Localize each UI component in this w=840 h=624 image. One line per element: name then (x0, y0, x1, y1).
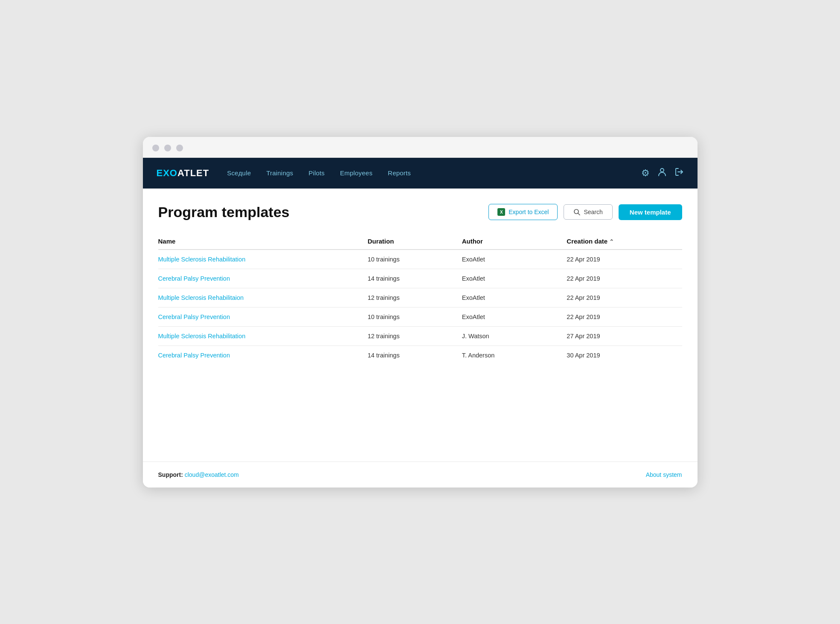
nav-schedule[interactable]: Sceдule (227, 169, 251, 177)
row-duration: 12 trainings (368, 326, 462, 345)
svg-point-0 (660, 168, 664, 172)
browser-titlebar (143, 137, 698, 158)
browser-dot-yellow (164, 145, 171, 151)
browser-dot-green (176, 145, 183, 151)
table-row: Multiple Sclerosis Rehabilitaion12 train… (158, 288, 682, 307)
row-duration: 14 trainings (368, 345, 462, 365)
row-creation-date: 30 Apr 2019 (567, 345, 682, 365)
row-creation-date: 22 Apr 2019 (567, 307, 682, 326)
excel-icon: X (497, 208, 505, 216)
row-name-link[interactable]: Multiple Sclerosis Rehabilitation (158, 333, 246, 340)
row-name-link[interactable]: Cerebral Palsy Prevention (158, 352, 230, 359)
sort-arrow-icon: ⌃ (609, 238, 614, 245)
col-header-name: Name (158, 233, 368, 250)
settings-icon[interactable]: ⚙ (641, 168, 650, 179)
row-author: ExoAtlet (462, 250, 567, 269)
support-label: Support: (158, 471, 183, 478)
nav-icons: ⚙ (641, 167, 684, 179)
col-header-creation-date[interactable]: Creation date ⌃ (567, 233, 682, 250)
user-icon[interactable] (657, 167, 667, 179)
page-title: Program templates (158, 204, 481, 221)
footer: Support: cloud@exoatlet.com About system (143, 461, 698, 488)
row-duration: 10 trainings (368, 250, 462, 269)
row-name-link[interactable]: Multiple Sclerosis Rehabilitation (158, 256, 246, 263)
nav-trainings[interactable]: Trainings (266, 169, 293, 177)
footer-support: Support: cloud@exoatlet.com (158, 471, 239, 478)
main-content: Program templates X Export to Excel Sear… (143, 189, 698, 461)
export-label: Export to Excel (509, 209, 549, 215)
header-actions: X Export to Excel Search New template (488, 204, 682, 220)
row-author: ExoAtlet (462, 269, 567, 288)
search-label: Search (584, 209, 602, 215)
table-row: Cerebral Palsy Prevention14 trainingsExo… (158, 269, 682, 288)
table-row: Cerebral Palsy Prevention10 trainingsExo… (158, 307, 682, 326)
browser-window: EXOATLET Sceдule Trainings Pilots Employ… (143, 137, 698, 488)
table-row: Multiple Sclerosis Rehabilitation12 trai… (158, 326, 682, 345)
row-name-link[interactable]: Cerebral Palsy Prevention (158, 313, 230, 320)
logout-icon[interactable] (674, 167, 684, 179)
search-button[interactable]: Search (564, 204, 612, 220)
row-creation-date: 22 Apr 2019 (567, 288, 682, 307)
page-header: Program templates X Export to Excel Sear… (158, 204, 682, 221)
row-creation-date: 27 Apr 2019 (567, 326, 682, 345)
row-author: ExoAtlet (462, 307, 567, 326)
nav-employees[interactable]: Employees (340, 169, 372, 177)
row-creation-date: 22 Apr 2019 (567, 250, 682, 269)
row-author: J. Watson (462, 326, 567, 345)
row-name-link[interactable]: Multiple Sclerosis Rehabilitaion (158, 294, 244, 301)
browser-dot-red (152, 145, 159, 151)
search-icon (573, 209, 580, 215)
row-author: ExoAtlet (462, 288, 567, 307)
export-to-excel-button[interactable]: X Export to Excel (488, 204, 558, 220)
logo-prefix: EXO (157, 168, 177, 178)
row-duration: 12 trainings (368, 288, 462, 307)
logo: EXOATLET (157, 168, 209, 179)
nav-links: Sceдule Trainings Pilots Employees Repor… (227, 169, 641, 177)
col-header-author: Author (462, 233, 567, 250)
table-row: Cerebral Palsy Prevention14 trainingsT. … (158, 345, 682, 365)
support-email[interactable]: cloud@exoatlet.com (185, 471, 239, 478)
col-header-duration: Duration (368, 233, 462, 250)
logo-suffix: ATLET (177, 168, 209, 178)
navbar: EXOATLET Sceдule Trainings Pilots Employ… (143, 158, 698, 189)
row-author: T. Anderson (462, 345, 567, 365)
svg-line-3 (578, 213, 580, 215)
row-name-link[interactable]: Cerebral Palsy Prevention (158, 275, 230, 282)
new-template-button[interactable]: New template (619, 204, 682, 220)
row-creation-date: 22 Apr 2019 (567, 269, 682, 288)
table-row: Multiple Sclerosis Rehabilitation10 trai… (158, 250, 682, 269)
about-system-link[interactable]: About system (646, 471, 682, 478)
row-duration: 14 trainings (368, 269, 462, 288)
row-duration: 10 trainings (368, 307, 462, 326)
program-templates-table: Name Duration Author Creation date ⌃ Mul… (158, 233, 682, 365)
nav-pilots[interactable]: Pilots (308, 169, 325, 177)
nav-reports[interactable]: Reports (388, 169, 411, 177)
